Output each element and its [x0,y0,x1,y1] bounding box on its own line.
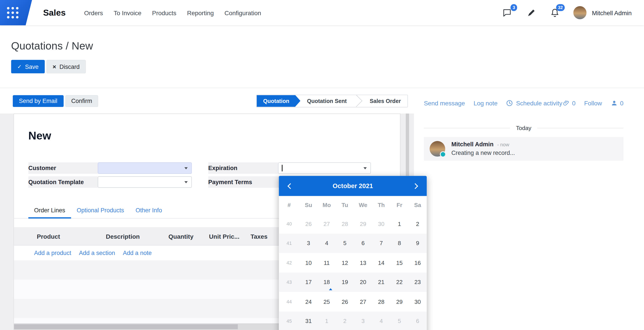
calendar-day[interactable]: 16 [408,253,427,273]
sales-app-window: Sales OrdersTo InvoiceProductsReportingC… [0,0,644,330]
calendar-day[interactable]: 21 [372,272,390,292]
calendar-day[interactable]: 1 [318,311,336,330]
calendar-day[interactable]: 27 [318,214,336,234]
calendar-day[interactable]: 3 [299,233,318,253]
calendar-day[interactable]: 24 [299,292,318,312]
quotation-template-field[interactable] [98,176,192,188]
breadcrumb-quotations-link[interactable]: Quotations [11,40,62,52]
calendar-day[interactable]: 17 [299,272,318,292]
message-avatar[interactable] [430,141,445,157]
calendar-day[interactable]: 13 [354,253,372,273]
calendar-day[interactable]: 18 [318,272,336,292]
activities-button[interactable] [526,7,536,18]
calendar-day[interactable]: 2 [336,311,354,330]
calendar-day[interactable]: 30 [408,292,427,312]
calendar-day[interactable]: 29 [390,292,408,312]
nav-menu-orders[interactable]: Orders [79,5,108,20]
tab-order-lines[interactable]: Order Lines [28,204,71,218]
messages-badge: 3 [511,4,517,11]
day-of-week-header: #SuMoTuWeThFrSa [279,196,427,214]
calendar-day[interactable]: 6 [408,311,427,330]
tab-other-info[interactable]: Other Info [130,204,168,218]
datepicker-grid: 4026272829301241345678942101112131415164… [279,214,427,330]
send-message-button[interactable]: Send message [424,100,465,107]
calendar-day[interactable]: 27 [354,292,372,312]
follow-button[interactable]: Follow [584,100,602,107]
calendar-day[interactable]: 5 [390,311,408,330]
nav-menu-list: OrdersTo InvoiceProductsReportingConfigu… [79,5,266,20]
schedule-activity-button[interactable]: Schedule activity [506,100,562,107]
nav-menu-products[interactable]: Products [147,5,182,20]
calendar-day[interactable]: 1 [390,214,408,234]
dow-label: Tu [336,202,354,208]
chevron-left-icon [288,183,293,189]
followers-button[interactable]: 0 [610,100,623,107]
calendar-day[interactable]: 23 [408,272,427,292]
calendar-day[interactable]: 11 [318,253,336,273]
customer-field[interactable] [98,162,192,174]
clock-icon [506,100,513,107]
calendar-day[interactable]: 8 [390,233,408,253]
chatter-toolbar: Send message Log note Schedule activity [424,100,624,107]
calendar-day[interactable]: 20 [354,272,372,292]
statusbar-step-quotation[interactable]: Quotation [256,95,300,107]
user-menu[interactable]: Mitchell Admin [574,6,632,19]
confirm-button[interactable]: Confirm [65,95,98,107]
calendar-day[interactable]: 26 [336,292,354,312]
notifications-button[interactable]: 32 [550,7,560,18]
discard-button[interactable]: × Discard [46,60,86,73]
statusbar-step-quotation-sent[interactable]: Quotation Sent [300,95,353,107]
apps-menu-button[interactable] [0,0,32,25]
user-avatar [574,6,587,19]
send-by-email-button[interactable]: Send by Email [13,95,64,107]
datepicker-title[interactable]: October 2021 [302,182,404,190]
calendar-day[interactable]: 10 [299,253,318,273]
week-number: 43 [279,280,299,285]
calendar-day[interactable]: 14 [372,253,390,273]
calendar-day[interactable]: 2 [408,214,427,234]
expiration-field[interactable] [278,162,371,174]
week-number: 41 [279,241,299,246]
previous-month-button[interactable] [279,176,302,196]
dow-label: Fr [390,202,408,208]
calendar-day[interactable]: 29 [354,214,372,234]
add-a-section-link[interactable]: Add a section [79,250,115,256]
calendar-day[interactable]: 30 [372,214,390,234]
add-a-product-link[interactable]: Add a product [34,250,71,256]
statusbar-step-sales-order[interactable]: Sales Order [363,95,408,107]
nav-menu-to-invoice[interactable]: To Invoice [108,5,146,20]
nav-menu-reporting[interactable]: Reporting [182,5,219,20]
next-month-button[interactable] [404,176,427,196]
calendar-week-row: 4531123456 [279,311,427,330]
add-a-note-link[interactable]: Add a note [123,250,152,256]
calendar-day[interactable]: 22 [390,272,408,292]
column-header: Product [14,233,83,240]
calendar-day[interactable]: 26 [299,214,318,234]
chevron-down-icon [364,167,367,169]
calendar-day[interactable]: 12 [336,253,354,273]
tab-optional-products[interactable]: Optional Products [71,204,130,218]
attachments-button[interactable]: 0 [563,100,576,107]
check-icon: ✓ [17,64,22,69]
calendar-day[interactable]: 28 [372,292,390,312]
calendar-day[interactable]: 5 [336,233,354,253]
calendar-day[interactable]: 6 [354,233,372,253]
week-number: 42 [279,260,299,265]
paperclip-icon [563,100,570,107]
message-author[interactable]: Mitchell Admin [451,141,494,148]
calendar-day[interactable]: 19 [336,272,354,292]
calendar-day[interactable]: 4 [372,311,390,330]
calendar-day[interactable]: 15 [390,253,408,273]
calendar-day[interactable]: 3 [354,311,372,330]
calendar-day[interactable]: 28 [336,214,354,234]
calendar-day[interactable]: 31 [299,311,318,330]
nav-menu-configuration[interactable]: Configuration [219,5,266,20]
calendar-day[interactable]: 4 [318,233,336,253]
save-button[interactable]: ✓ Save [11,60,45,73]
calendar-day[interactable]: 25 [318,292,336,312]
messages-button[interactable]: 3 [502,7,513,18]
log-note-button[interactable]: Log note [474,100,498,107]
attachments-count: 0 [572,100,576,107]
calendar-day[interactable]: 7 [372,233,390,253]
calendar-day[interactable]: 9 [408,233,427,253]
